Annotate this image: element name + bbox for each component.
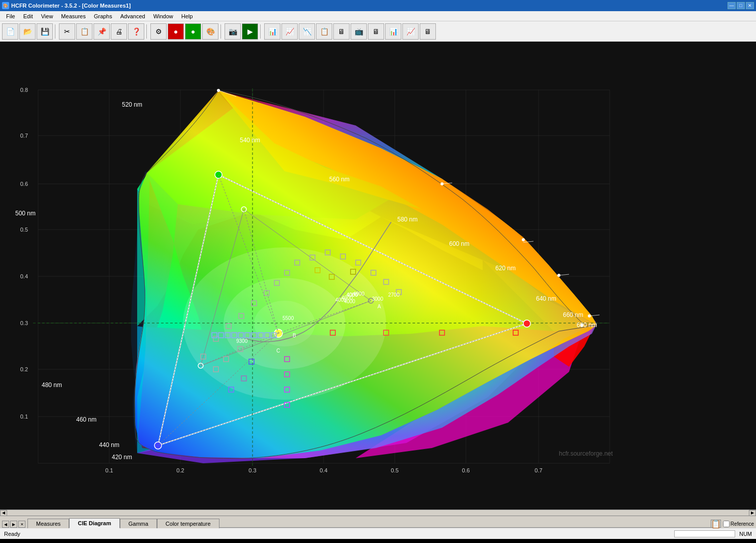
svg-text:620 nm: 620 nm — [495, 265, 516, 272]
menu-view[interactable]: View — [37, 12, 57, 20]
tab-gamma[interactable]: Gamma — [120, 519, 157, 528]
toolbar-sep1 — [55, 24, 57, 39]
svg-text:560 nm: 560 nm — [329, 176, 350, 183]
cut-button[interactable]: ✂ — [59, 23, 75, 40]
svg-text:0.6: 0.6 — [462, 467, 469, 473]
menu-help[interactable]: Help — [177, 12, 197, 20]
save-button[interactable]: 💾 — [37, 23, 53, 40]
open-button[interactable]: 📂 — [19, 23, 36, 40]
view9-button[interactable]: 📈 — [402, 23, 419, 40]
svg-text:420 nm: 420 nm — [112, 454, 132, 461]
svg-text:0.7: 0.7 — [534, 467, 542, 473]
svg-text:0.2: 0.2 — [20, 366, 28, 372]
svg-text:0.7: 0.7 — [20, 133, 28, 139]
tab-close[interactable]: ✕ — [18, 521, 25, 528]
svg-text:0.5: 0.5 — [20, 227, 28, 233]
menu-graphs[interactable]: Graphs — [90, 12, 116, 20]
svg-point-149 — [580, 324, 583, 327]
svg-text:4000: 4000 — [353, 291, 365, 297]
menu-file[interactable]: File — [2, 12, 19, 20]
svg-text:0.1: 0.1 — [20, 413, 28, 420]
view4-button[interactable]: 📋 — [316, 23, 332, 40]
svg-text:9300: 9300 — [236, 338, 248, 344]
main-chart-area: 0.8 0.7 0.6 0.5 0.4 0.3 0.2 0.1 0.1 0.2 … — [0, 42, 756, 509]
toolbar: 📄 📂 💾 ✂ 📋 📌 🖨 ❓ ⚙ ● ● 🎨 📷 ▶ 📊 📈 📉 📋 🖥 📺 … — [0, 21, 756, 42]
horizontal-scrollbar[interactable]: ◀ ▶ — [0, 509, 756, 516]
svg-text:0.4: 0.4 — [320, 467, 327, 473]
view7-button[interactable]: 🖥 — [368, 23, 384, 40]
view6-button[interactable]: 📺 — [351, 23, 367, 40]
tab-scroll-left[interactable]: ◀ — [2, 521, 9, 528]
progress-bar — [674, 530, 735, 537]
svg-text:460 nm: 460 nm — [76, 416, 97, 423]
svg-text:520 nm: 520 nm — [122, 101, 142, 108]
menu-bar: File Edit View Measures Graphs Advanced … — [0, 11, 756, 21]
svg-text:0.1: 0.1 — [105, 467, 113, 473]
reference-icon[interactable]: 📋 — [711, 520, 721, 528]
tab-bar: ◀ ▶ ✕ Measures CIE Diagram Gamma Color t… — [0, 516, 756, 528]
num-indicator: NUM — [739, 531, 752, 537]
copy-button[interactable]: 📋 — [76, 23, 92, 40]
title-bar-text: HCFR Colorimeter - 3.5.2 - [Color Measur… — [11, 3, 131, 9]
svg-text:hcfr.sourceforge.net: hcfr.sourceforge.net — [559, 450, 613, 457]
svg-point-97 — [523, 320, 530, 327]
svg-text:660 nm: 660 nm — [563, 311, 583, 318]
tab-color-temperature[interactable]: Color temperature — [157, 519, 219, 528]
svg-text:0.8: 0.8 — [20, 87, 28, 93]
title-bar-left: 🎨 HCFR Colorimeter - 3.5.2 - [Color Meas… — [2, 2, 131, 9]
calibrate-button[interactable]: ⚙ — [150, 23, 167, 40]
svg-text:C: C — [276, 348, 280, 354]
cie-diagram: 0.8 0.7 0.6 0.5 0.4 0.3 0.2 0.1 0.1 0.2 … — [0, 42, 756, 509]
green-button[interactable]: ● — [185, 23, 201, 40]
svg-text:500 nm: 500 nm — [15, 210, 36, 217]
svg-text:440 nm: 440 nm — [99, 441, 119, 449]
svg-text:580 nm: 580 nm — [397, 216, 418, 223]
maximize-button[interactable]: □ — [737, 2, 745, 9]
svg-text:600 nm: 600 nm — [449, 240, 469, 247]
paste-button[interactable]: 📌 — [93, 23, 110, 40]
menu-measures[interactable]: Measures — [57, 12, 89, 20]
menu-window[interactable]: Window — [149, 12, 177, 20]
tab-measures[interactable]: Measures — [27, 519, 69, 528]
svg-text:0.5: 0.5 — [391, 467, 398, 473]
svg-text:0.6: 0.6 — [20, 181, 28, 187]
app-icon: 🎨 — [2, 2, 9, 9]
toolbar-sep4 — [260, 24, 262, 39]
camera-button[interactable]: 📷 — [225, 23, 241, 40]
svg-text:5500: 5500 — [282, 315, 294, 321]
menu-edit[interactable]: Edit — [19, 12, 37, 20]
svg-point-146 — [522, 238, 525, 241]
scroll-right-button[interactable]: ▶ — [749, 510, 756, 516]
status-bar: Ready NUM — [0, 528, 756, 539]
color-button[interactable]: 🎨 — [202, 23, 218, 40]
help-button[interactable]: ❓ — [128, 23, 144, 40]
svg-text:0.3: 0.3 — [248, 467, 256, 473]
tab-cie-diagram[interactable]: CIE Diagram — [69, 518, 119, 528]
svg-text:4000: 4000 — [344, 299, 356, 304]
view1-button[interactable]: 📊 — [264, 23, 280, 40]
toolbar-sep3 — [220, 24, 223, 39]
view3-button[interactable]: 📉 — [299, 23, 315, 40]
scroll-left-button[interactable]: ◀ — [0, 510, 7, 516]
view8-button[interactable]: 📊 — [385, 23, 401, 40]
minimize-button[interactable]: — — [728, 2, 736, 9]
view2-button[interactable]: 📈 — [281, 23, 298, 40]
svg-text:0.2: 0.2 — [176, 467, 184, 473]
view5-button[interactable]: 🖥 — [333, 23, 350, 40]
close-button[interactable]: ✕ — [746, 2, 754, 9]
title-bar-buttons[interactable]: — □ ✕ — [728, 2, 754, 9]
view10-button[interactable]: 🖥 — [420, 23, 436, 40]
svg-text:2700: 2700 — [388, 292, 400, 298]
reference-checkbox[interactable] — [723, 521, 730, 527]
print-button[interactable]: 🖨 — [111, 23, 127, 40]
new-button[interactable]: 📄 — [2, 23, 18, 40]
tab-scroll-right[interactable]: ▶ — [10, 521, 17, 528]
status-text: Ready — [4, 531, 20, 537]
svg-text:A: A — [377, 304, 381, 309]
red-button[interactable]: ● — [168, 23, 184, 40]
menu-advanced[interactable]: Advanced — [116, 12, 149, 20]
cie-svg: 0.8 0.7 0.6 0.5 0.4 0.3 0.2 0.1 0.1 0.2 … — [0, 42, 756, 479]
svg-text:B: B — [293, 333, 296, 338]
svg-text:480 nm: 480 nm — [42, 381, 62, 389]
play-button[interactable]: ▶ — [242, 23, 258, 40]
